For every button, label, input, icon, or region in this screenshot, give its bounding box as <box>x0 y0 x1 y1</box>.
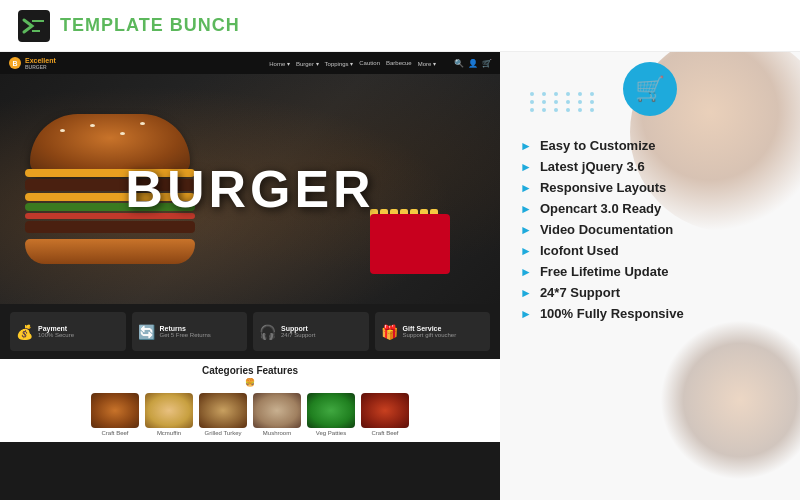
feature-247-support: ► 24*7 Support <box>520 285 780 300</box>
arrow-icon-3: ► <box>520 181 532 195</box>
categories-section: Categories Features 🍔 Craft Beef Mcmuffi… <box>0 359 500 442</box>
feature-label-6: Icofont Used <box>540 243 619 258</box>
category-craft-beef-2: Craft Beef <box>361 393 409 436</box>
category-craft-beef-1: Craft Beef <box>91 393 139 436</box>
cat-img-beef <box>361 393 409 428</box>
dots-decoration <box>530 92 598 112</box>
main-content: B Excellent BURGER Home ▾ Burger ▾ Toppi… <box>0 52 800 500</box>
features-panel: 🛒 ► Easy to Customize ► Latest jQuery 3.… <box>500 52 800 500</box>
support-icon: 🎧 <box>259 324 276 340</box>
hero-section: BURGER <box>0 74 500 304</box>
cart-icon: 🛒 <box>635 75 665 103</box>
logo-text: TEMPLATE BUNCH <box>60 15 240 36</box>
mini-user-icon: 👤 <box>468 59 478 68</box>
mini-logo-icon: B <box>8 56 22 70</box>
returns-icon: 🔄 <box>138 324 155 340</box>
arrow-icon-9: ► <box>520 307 532 321</box>
feature-label-3: Responsive Layouts <box>540 180 666 195</box>
feature-label-7: Free Lifetime Update <box>540 264 669 279</box>
feature-label-9: 100% Fully Responsive <box>540 306 684 321</box>
categories-emoji: 🍔 <box>10 378 490 387</box>
fries-container <box>370 214 450 274</box>
mini-cart-icon: 🛒 <box>482 59 492 68</box>
feature-label-1: Easy to Customize <box>540 138 656 153</box>
info-returns: 🔄 Returns Get 5 Free Returns <box>132 312 248 351</box>
hero-text: BURGER <box>125 159 374 219</box>
arrow-icon-4: ► <box>520 202 532 216</box>
feature-label-8: 24*7 Support <box>540 285 620 300</box>
mini-brand: B Excellent BURGER <box>8 56 56 70</box>
logo: TEMPLATE BUNCH <box>16 8 240 44</box>
categories-grid: Craft Beef Mcmuffin Grilled Turkey Mushr… <box>10 393 490 436</box>
templatebunch-logo-icon <box>16 8 52 44</box>
feature-responsive: ► Responsive Layouts <box>520 180 780 195</box>
category-mushroom: Mushroom <box>253 393 301 436</box>
info-payment: 💰 Payment 100% Secure <box>10 312 126 351</box>
features-list: ► Easy to Customize ► Latest jQuery 3.6 … <box>520 138 780 321</box>
cat-img-mcmuffin <box>145 393 193 428</box>
info-support: 🎧 Support 24/7 Support <box>253 312 369 351</box>
mini-navbar: B Excellent BURGER Home ▾ Burger ▾ Toppi… <box>0 52 500 74</box>
feature-opencart: ► Opencart 3.0 Ready <box>520 201 780 216</box>
cat-img-veg <box>307 393 355 428</box>
arrow-icon-8: ► <box>520 286 532 300</box>
mini-nav-links: Home ▾ Burger ▾ Toppings ▾ Caution Barbe… <box>269 60 436 67</box>
bg-decoration-bottom <box>660 320 800 480</box>
cat-img-craft-beef <box>91 393 139 428</box>
payment-icon: 💰 <box>16 324 33 340</box>
feature-label-4: Opencart 3.0 Ready <box>540 201 661 216</box>
arrow-icon-5: ► <box>520 223 532 237</box>
arrow-icon-2: ► <box>520 160 532 174</box>
cat-img-turkey <box>199 393 247 428</box>
feature-label-2: Latest jQuery 3.6 <box>540 159 645 174</box>
category-veg-patties: Veg Patties <box>307 393 355 436</box>
info-strip: 💰 Payment 100% Secure 🔄 Returns Get 5 Fr… <box>0 304 500 359</box>
mini-search-icon: 🔍 <box>454 59 464 68</box>
category-grilled-turkey: Grilled Turkey <box>199 393 247 436</box>
website-preview: B Excellent BURGER Home ▾ Burger ▾ Toppi… <box>0 52 500 500</box>
header: TEMPLATE BUNCH <box>0 0 800 52</box>
arrow-icon-1: ► <box>520 139 532 153</box>
feature-label-5: Video Documentation <box>540 222 673 237</box>
category-mcmuffin: Mcmuffin <box>145 393 193 436</box>
cart-circle: 🛒 <box>623 62 677 116</box>
arrow-icon-6: ► <box>520 244 532 258</box>
feature-easy-customize: ► Easy to Customize <box>520 138 780 153</box>
feature-free-update: ► Free Lifetime Update <box>520 264 780 279</box>
feature-jquery: ► Latest jQuery 3.6 <box>520 159 780 174</box>
arrow-icon-7: ► <box>520 265 532 279</box>
feature-video-doc: ► Video Documentation <box>520 222 780 237</box>
feature-fully-responsive: ► 100% Fully Responsive <box>520 306 780 321</box>
svg-text:B: B <box>12 60 17 67</box>
fries-visual <box>360 194 460 274</box>
categories-title: Categories Features <box>10 365 490 376</box>
cat-img-mushroom <box>253 393 301 428</box>
gift-icon: 🎁 <box>381 324 398 340</box>
burger-bun-bottom <box>25 239 195 264</box>
feature-icofont: ► Icofont Used <box>520 243 780 258</box>
mini-nav-icons: 🔍 👤 🛒 <box>454 59 492 68</box>
info-gift: 🎁 Gift Service Support gift voucher <box>375 312 491 351</box>
